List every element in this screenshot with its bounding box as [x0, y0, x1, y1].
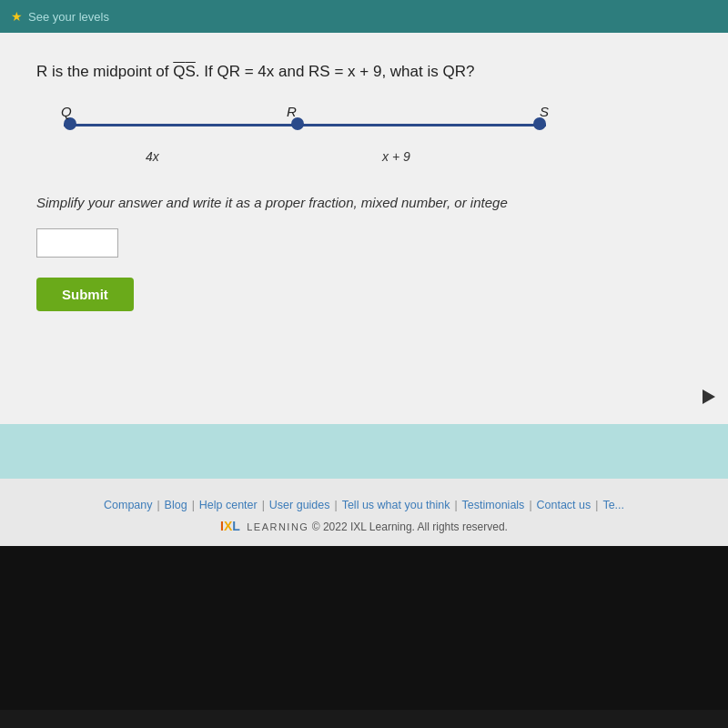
footer: Company | Blog | Help center | User guid…: [0, 479, 728, 546]
qs-overline-s: S: [185, 63, 195, 80]
line-segment: [64, 124, 546, 126]
footer-link-blog[interactable]: Blog: [165, 499, 187, 511]
segment-label-qr: 4x: [146, 149, 159, 164]
ixl-logo: IXL: [220, 519, 240, 533]
footer-sep-5: |: [454, 499, 457, 511]
label-r: R: [287, 104, 297, 119]
footer-link-contact-us[interactable]: Contact us: [537, 499, 592, 511]
footer-brand: IXL LEARNING © 2022 IXL Learning. All ri…: [0, 519, 728, 533]
number-line-diagram: Q R S 4x x + 9: [46, 104, 555, 167]
star-icon: ★: [11, 9, 23, 24]
screen: ★ See your levels R is the midpoint of Q…: [0, 0, 728, 728]
submit-button[interactable]: Submit: [36, 278, 134, 311]
see-your-levels-label[interactable]: See your levels: [28, 10, 109, 24]
question-text-after: . If QR = 4x and RS = x + 9, what is QR?: [196, 63, 475, 80]
point-r: [291, 117, 304, 130]
question-title: R is the midpoint of QS. If QR = 4x and …: [36, 60, 692, 84]
qs-overline: Q: [173, 63, 185, 80]
footer-link-help-center[interactable]: Help center: [199, 499, 258, 511]
top-bar: ★ See your levels: [0, 0, 728, 33]
brand-copyright: © 2022 IXL Learning. All rights reserved…: [312, 521, 508, 533]
answer-input[interactable]: [36, 228, 118, 258]
footer-link-testimonials[interactable]: Testimonials: [462, 499, 525, 511]
teal-band: [0, 424, 728, 479]
main-content: R is the midpoint of QS. If QR = 4x and …: [0, 33, 728, 424]
brand-x: X: [224, 519, 232, 533]
footer-sep-7: |: [595, 499, 598, 511]
footer-sep-6: |: [529, 499, 531, 511]
footer-link-tell-us[interactable]: Tell us what you think: [342, 499, 450, 511]
footer-link-company[interactable]: Company: [104, 499, 153, 511]
black-area: [0, 546, 728, 710]
footer-links: Company | Blog | Help center | User guid…: [0, 499, 728, 511]
segment-label-rs: x + 9: [382, 149, 410, 164]
footer-link-te[interactable]: Te...: [602, 499, 624, 511]
question-text-before: R is the midpoint of: [36, 63, 173, 80]
label-q: Q: [61, 104, 72, 119]
footer-sep-3: |: [262, 499, 265, 511]
point-s: [533, 117, 546, 130]
footer-sep-2: |: [192, 499, 195, 511]
answer-input-wrapper: [36, 228, 692, 278]
footer-sep-1: |: [157, 499, 159, 511]
footer-sep-4: |: [335, 499, 338, 511]
cursor-arrow: [703, 389, 715, 404]
brand-l: L: [232, 519, 240, 533]
instruction-text: Simplify your answer and write it as a p…: [36, 193, 692, 212]
brand-learning: LEARNING: [247, 521, 308, 532]
label-s: S: [540, 104, 549, 119]
point-q: [64, 117, 76, 130]
footer-link-user-guides[interactable]: User guides: [269, 499, 330, 511]
